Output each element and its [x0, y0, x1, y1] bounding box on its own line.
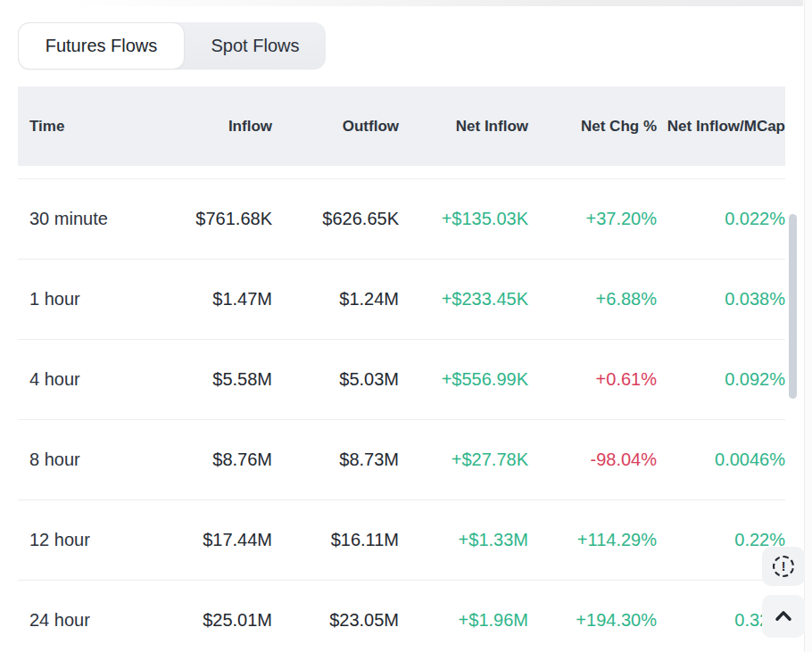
cell-net-inflow: +$135.03K — [399, 209, 528, 229]
cell-inflow: $17.44M — [170, 530, 272, 550]
table-body: 30 minute $761.68K $626.65K +$135.03K +3… — [18, 178, 785, 652]
column-header-inflow: Inflow — [170, 118, 272, 136]
cell-net-inflow: +$233.45K — [399, 289, 528, 309]
cell-outflow: $626.65K — [272, 209, 399, 229]
cell-net-inflow-mcap: 0.0046% — [657, 450, 785, 470]
cell-inflow: $8.76M — [170, 450, 272, 470]
cell-net-inflow-mcap: 0.038% — [657, 289, 785, 309]
tab-spot-flows[interactable]: Spot Flows — [185, 22, 326, 70]
cell-outflow: $5.03M — [272, 369, 399, 390]
table-row: 12 hour $17.44M $16.11M +$1.33M +114.29%… — [18, 499, 785, 580]
column-header-outflow: Outflow — [272, 118, 399, 136]
cell-net-chg: +6.88% — [528, 289, 657, 309]
column-header-net-inflow-mcap: Net Inflow/MCap — [657, 118, 785, 136]
table-row: 24 hour $25.01M $23.05M +$1.96M +194.30%… — [18, 580, 785, 652]
cell-inflow: $1.47M — [170, 289, 272, 309]
cell-time: 24 hour — [18, 610, 170, 631]
cell-outflow: $8.73M — [272, 450, 399, 470]
page-scrollbar-track[interactable] — [804, 0, 812, 652]
column-header-net-chg: Net Chg % — [528, 118, 657, 136]
cell-inflow: $5.58M — [170, 369, 272, 390]
top-edge-shadow — [0, 0, 803, 6]
feedback-button[interactable]: ! — [762, 547, 805, 586]
cell-net-chg: +114.29% — [528, 530, 657, 550]
cell-net-inflow-mcap: 0.022% — [657, 209, 785, 229]
cell-net-chg: +0.61% — [528, 369, 657, 390]
cell-net-inflow: +$27.78K — [399, 450, 528, 470]
tab-futures-flows[interactable]: Futures Flows — [18, 22, 185, 70]
table-row: 1 hour $1.47M $1.24M +$233.45K +6.88% 0.… — [18, 259, 785, 339]
cell-net-inflow: +$556.99K — [399, 369, 528, 390]
table-row: 8 hour $8.76M $8.73M +$27.78K -98.04% 0.… — [18, 419, 785, 499]
cell-outflow: $23.05M — [272, 610, 399, 631]
table-row: 30 minute $761.68K $626.65K +$135.03K +3… — [18, 178, 785, 259]
flows-table: Time Inflow Outflow Net Inflow Net Chg %… — [18, 87, 785, 652]
chevron-up-icon — [772, 605, 795, 628]
column-header-time: Time — [18, 118, 170, 136]
cell-time: 12 hour — [18, 530, 170, 550]
cell-time: 1 hour — [18, 289, 170, 309]
flows-tab-group: Futures Flows Spot Flows — [18, 22, 326, 70]
cell-net-inflow-mcap: 0.092% — [657, 369, 785, 390]
cell-net-inflow: +$1.33M — [399, 530, 528, 550]
table-header-row: Time Inflow Outflow Net Inflow Net Chg %… — [18, 87, 785, 166]
table-row: 4 hour $5.58M $5.03M +$556.99K +0.61% 0.… — [18, 339, 785, 419]
cell-net-chg: +194.30% — [528, 610, 657, 631]
cell-time: 30 minute — [18, 209, 170, 229]
cell-inflow: $25.01M — [170, 610, 272, 631]
cell-net-inflow: +$1.96M — [399, 610, 528, 631]
cell-net-chg: +37.20% — [528, 209, 657, 229]
cell-net-chg: -98.04% — [528, 450, 657, 470]
cell-time: 8 hour — [18, 450, 170, 470]
back-to-top-button[interactable] — [762, 595, 805, 638]
cell-outflow: $16.11M — [272, 530, 399, 550]
cell-outflow: $1.24M — [272, 289, 399, 309]
cell-time: 4 hour — [18, 369, 170, 390]
cell-inflow: $761.68K — [170, 209, 272, 229]
feedback-seal-icon: ! — [773, 556, 794, 577]
table-scrollbar-thumb[interactable] — [789, 214, 797, 399]
column-header-net-inflow: Net Inflow — [399, 118, 528, 136]
